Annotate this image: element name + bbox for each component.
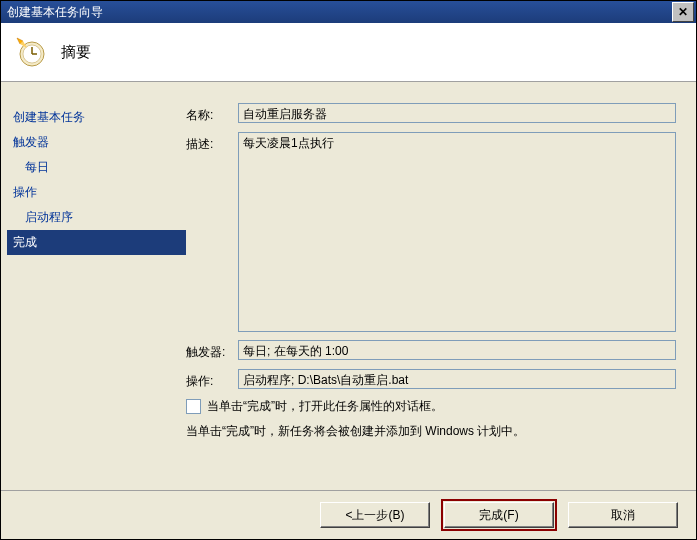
close-button[interactable]: ✕ [672, 2, 694, 22]
description-label: 描述: [186, 132, 238, 332]
wizard-body: 创建基本任务 触发器 每日 操作 启动程序 完成 名称: 自动重启服务器 描述:… [1, 81, 696, 491]
back-button[interactable]: <上一步(B) [320, 502, 430, 528]
summary-content: 名称: 自动重启服务器 描述: 每天凌晨1点执行 触发器: 每日; 在每天的 1… [186, 81, 696, 491]
sidebar-item-action[interactable]: 操作 [7, 180, 186, 205]
wizard-window: 创建基本任务向导 ✕ 摘要 创建基本任务 触发器 每日 操作 启动程序 完成 [0, 0, 697, 540]
action-label: 操作: [186, 369, 238, 390]
sidebar-item-start-program[interactable]: 启动程序 [7, 205, 186, 230]
title-bar: 创建基本任务向导 ✕ [1, 1, 696, 23]
sidebar-item-daily[interactable]: 每日 [7, 155, 186, 180]
sidebar-item-create-task[interactable]: 创建基本任务 [7, 105, 186, 130]
open-properties-checkbox[interactable] [186, 399, 201, 414]
finish-button[interactable]: 完成(F) [444, 502, 554, 528]
name-label: 名称: [186, 103, 238, 124]
description-field: 每天凌晨1点执行 [238, 132, 676, 332]
wizard-header: 摘要 [1, 23, 696, 82]
trigger-field: 每日; 在每天的 1:00 [238, 340, 676, 360]
completion-info: 当单击“完成”时，新任务将会被创建并添加到 Windows 计划中。 [186, 423, 676, 440]
trigger-label: 触发器: [186, 340, 238, 361]
summary-icon [15, 36, 47, 68]
wizard-sidebar: 创建基本任务 触发器 每日 操作 启动程序 完成 [1, 81, 186, 491]
open-properties-label: 当单击“完成”时，打开此任务属性的对话框。 [207, 398, 443, 415]
wizard-footer: <上一步(B) 完成(F) 取消 [1, 490, 696, 539]
close-icon: ✕ [678, 6, 688, 18]
sidebar-item-trigger[interactable]: 触发器 [7, 130, 186, 155]
open-properties-row: 当单击“完成”时，打开此任务属性的对话框。 [186, 398, 676, 415]
name-field: 自动重启服务器 [238, 103, 676, 123]
action-field: 启动程序; D:\Bats\自动重启.bat [238, 369, 676, 389]
window-title: 创建基本任务向导 [7, 4, 103, 21]
page-title: 摘要 [61, 43, 91, 62]
cancel-button[interactable]: 取消 [568, 502, 678, 528]
sidebar-item-finish[interactable]: 完成 [7, 230, 186, 255]
